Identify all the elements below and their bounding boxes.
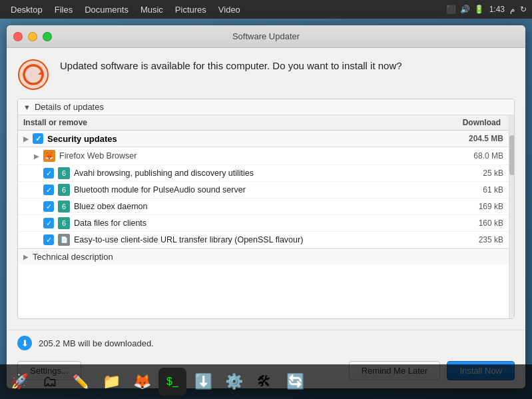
pkg-name: Avahi browsing, publishing and discovery… [74, 169, 254, 178]
menu-documents[interactable]: Documents [79, 3, 134, 16]
pkg-size: 160 kB [437, 218, 503, 228]
table-body[interactable]: ▶ ✓ Security updates 204.5 MB ▶ [18, 131, 509, 248]
pkg-checkbox[interactable]: ✓ [43, 201, 54, 212]
close-button[interactable] [13, 32, 23, 41]
pkg-checkbox[interactable]: ✓ [43, 185, 54, 195]
menu-video[interactable]: Video [213, 3, 246, 16]
taskbar-settings[interactable]: ⚙️ [220, 368, 248, 396]
table-row[interactable]: ✓ 6 Bluez obex daemon 169 kB [18, 199, 509, 215]
minimize-button[interactable] [28, 32, 37, 41]
security-group-row[interactable]: ▶ ✓ Security updates 204.5 MB [18, 131, 509, 147]
refresh-tray-icon[interactable]: ↻ [520, 5, 527, 14]
menu-items: Desktop Files Documents Music Pictures V… [5, 3, 246, 16]
row-left: ✓ 📄 Easy-to-use client-side URL transfer… [23, 234, 437, 246]
window-body: Updated software is available for this c… [7, 48, 525, 330]
chevron-right-icon: ▶ [34, 153, 39, 160]
pkg-name: Data files for clients [74, 218, 146, 228]
pkg-name: Bluetooth module for PulseAudio sound se… [74, 185, 246, 195]
pkg-size: 25 kB [437, 169, 503, 178]
scrollbar-track[interactable] [509, 115, 514, 318]
table-row[interactable]: ✓ 📄 Easy-to-use client-side URL transfer… [18, 232, 509, 248]
desktop: Software Updater Updated software is ava… [0, 19, 532, 399]
pkg-icon: 6 [58, 217, 70, 229]
tech-desc-label: Technical description [33, 252, 113, 262]
firefox-pkg-icon: 🦊 [43, 150, 55, 162]
details-section: ▼ Details of updates Install or remove D… [17, 99, 515, 319]
scrollbar-thumb[interactable] [509, 135, 514, 175]
pkg-checkbox[interactable]: ✓ [43, 218, 54, 228]
header-message: Updated software is available for this c… [60, 59, 402, 74]
chevron-down-icon: ▼ [23, 103, 31, 111]
pkg-checkbox[interactable]: ✓ [43, 168, 54, 179]
taskbar: 🚀 🗂 ✏️ 📁 🦊 $_ ⬇️ ⚙️ 🛠 🔄 [0, 364, 532, 399]
screen-icon[interactable]: ⬛ [446, 5, 456, 14]
battery-icon[interactable]: 🔋 [474, 5, 484, 14]
pkg-size: 61 kB [437, 185, 503, 195]
details-inner: Install or remove Download ▶ ✓ Security … [18, 115, 514, 318]
row-left: ✓ 6 Bluetooth module for PulseAudio soun… [23, 184, 437, 196]
table-row[interactable]: ✓ 6 Data files for clients 160 kB [18, 215, 509, 232]
chevron-right-icon: ▶ [23, 135, 29, 143]
firefox-row-left: ▶ 🦊 Firefox Web Browser [34, 150, 437, 162]
security-checkbox[interactable]: ✓ [33, 133, 43, 144]
taskbar-downloads[interactable]: ⬇️ [189, 368, 217, 396]
security-label: Security updates [47, 134, 117, 144]
taskbar-tools[interactable]: 🛠 [250, 368, 278, 396]
status-text: 205.2 MB will be downloaded. [39, 338, 154, 348]
menu-pictures[interactable]: Pictures [170, 3, 212, 16]
download-info-icon: ⬇ [17, 336, 32, 350]
menu-bar: Desktop Files Documents Music Pictures V… [0, 0, 532, 19]
row-left: ✓ 6 Bluez obex daemon [23, 200, 437, 212]
menu-desktop[interactable]: Desktop [5, 3, 48, 16]
firefox-name: Firefox Web Browser [59, 151, 136, 161]
window-controls [13, 32, 52, 41]
maximize-button[interactable] [43, 32, 52, 41]
taskbar-terminal[interactable]: $_ [158, 368, 186, 396]
taskbar-filemanager[interactable]: 📁 [97, 368, 125, 396]
menu-music[interactable]: Music [135, 3, 168, 16]
table-row[interactable]: ✓ 6 Avahi browsing, publishing and disco… [18, 165, 509, 182]
pkg-name: Bluez obex daemon [74, 202, 148, 211]
details-toggle[interactable]: ▼ Details of updates [18, 99, 514, 115]
updater-icon [17, 59, 49, 91]
tray-area: ⬛ 🔊 🔋 1:43 م ↻ [446, 5, 527, 14]
clock: 1:43 [489, 5, 505, 14]
taskbar-rocket[interactable]: 🚀 [5, 368, 33, 396]
pkg-icon: 6 [58, 200, 70, 212]
security-size: 204.5 MB [437, 134, 503, 143]
details-label: Details of updates [35, 102, 104, 112]
software-updater-window: Software Updater Updated software is ava… [7, 25, 525, 388]
pkg-size: 235 kB [437, 235, 503, 244]
taskbar-files[interactable]: 🗂 [36, 368, 64, 396]
taskbar-firefox[interactable]: 🦊 [128, 368, 156, 396]
pkg-size: 169 kB [437, 202, 503, 211]
table-header: Install or remove Download [18, 115, 509, 131]
pkg-checkbox[interactable]: ✓ [43, 234, 54, 245]
pkg-icon: 6 [58, 167, 70, 179]
tech-description-toggle[interactable]: ▶ Technical description [18, 248, 509, 264]
status-bar: ⬇ 205.2 MB will be downloaded. [7, 330, 525, 356]
pkg-name: Easy-to-use client-side URL transfer lib… [74, 235, 303, 244]
col-download: Download [437, 118, 503, 127]
details-content: Install or remove Download ▶ ✓ Security … [18, 115, 509, 318]
window-title: Software Updater [232, 31, 300, 41]
volume-icon[interactable]: 🔊 [460, 5, 470, 14]
table-row[interactable]: ✓ 6 Bluetooth module for PulseAudio soun… [18, 182, 509, 199]
taskbar-editor[interactable]: ✏️ [67, 368, 95, 396]
titlebar: Software Updater [7, 25, 525, 48]
row-left: ✓ 6 Data files for clients [23, 217, 437, 229]
pkg-icon: 6 [58, 184, 70, 196]
security-row-left: ▶ ✓ Security updates [23, 133, 437, 144]
tray-icons: ⬛ 🔊 🔋 [446, 5, 484, 14]
firefox-size: 68.0 MB [437, 151, 503, 161]
pkg-icon: 📄 [58, 234, 70, 246]
col-install: Install or remove [23, 118, 437, 127]
menu-files[interactable]: Files [49, 3, 78, 16]
taskbar-updater[interactable]: 🔄 [281, 368, 309, 396]
firefox-row[interactable]: ▶ 🦊 Firefox Web Browser 68.0 MB [18, 147, 509, 165]
row-left: ✓ 6 Avahi browsing, publishing and disco… [23, 167, 437, 179]
chevron-right-icon: ▶ [23, 253, 29, 260]
header-section: Updated software is available for this c… [17, 59, 515, 91]
keyboard-layout[interactable]: م [510, 5, 515, 14]
